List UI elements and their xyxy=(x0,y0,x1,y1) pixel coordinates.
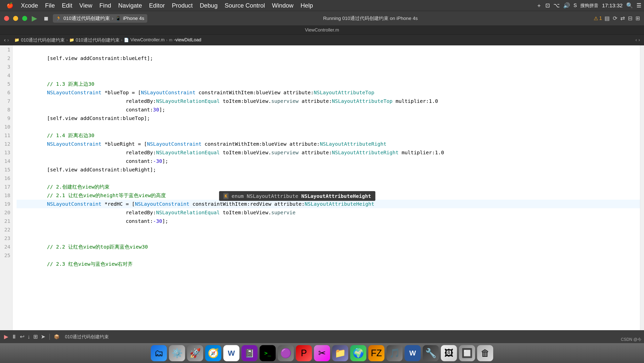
step-back-icon[interactable]: ↩ xyxy=(20,334,24,340)
toolbar-right: ▤ ⟳ ⇄ ⊟ ⊞ xyxy=(604,15,640,22)
line-num-20: 20 xyxy=(0,208,10,217)
breadcrumb-right-nav[interactable]: ‹ xyxy=(635,37,637,43)
traffic-light-red[interactable] xyxy=(4,16,9,21)
dock-app-blue[interactable]: 📁 xyxy=(332,345,348,361)
line-numbers: 1 2 3 4 5 6 7 8 9 10 11 12 13 14 15 16 1… xyxy=(0,45,13,343)
dock-system-preferences[interactable]: ⚙️ xyxy=(169,345,185,361)
layout-right-icon[interactable]: ⊞ xyxy=(635,15,640,22)
menu-debug[interactable]: Debug xyxy=(196,0,221,11)
scheme-name: 010通过代码创建约束 xyxy=(63,15,110,22)
line-num-11: 11 xyxy=(0,131,10,140)
sound-icon[interactable]: 🔊 xyxy=(563,2,570,9)
dock-finder[interactable]: 🗂 xyxy=(151,345,167,361)
line-num-14: 14 xyxy=(0,157,10,165)
editor: 1 2 3 4 5 6 7 8 9 10 11 12 13 14 15 16 1… xyxy=(0,45,644,343)
apple-menu[interactable]: 🍎 xyxy=(3,0,17,11)
dock-app-misc[interactable]: 🔲 xyxy=(459,345,475,361)
dock-app-dark[interactable]: 🔧 xyxy=(423,345,439,361)
dock-app-scissors[interactable]: ✂ xyxy=(314,345,330,361)
menu-view[interactable]: View xyxy=(76,0,96,11)
back-icon[interactable]: ‹ xyxy=(4,37,6,43)
device-separator: › xyxy=(112,15,114,21)
menubar: 🍎 Xcode File Edit View Find Navigate Edi… xyxy=(0,0,644,11)
line-num-1: 1 xyxy=(0,45,10,54)
autocomplete-type-icon: K xyxy=(223,193,229,199)
menu-xcode[interactable]: Xcode xyxy=(17,0,42,11)
scrollbar[interactable] xyxy=(640,45,644,343)
dock-safari[interactable]: 🧭 xyxy=(205,345,221,361)
file-icon: 📄 xyxy=(124,38,129,42)
autocomplete-highlight: NSLayoutAttributeHeight xyxy=(301,193,371,199)
code-line-16: // 2.创建红色view的约束 xyxy=(17,174,640,183)
dock-app-purple[interactable]: 🟣 xyxy=(278,345,294,361)
traffic-light-green[interactable] xyxy=(22,16,27,21)
line-num-12: 12 xyxy=(0,140,10,148)
breadcrumb-item-1[interactable]: 010通过代码创建约束 xyxy=(76,37,120,43)
code-line-11: NSLayoutConstraint *blueRight = [NSLayou… xyxy=(17,131,640,140)
layout-left-icon[interactable]: ▤ xyxy=(604,15,610,22)
menubar-right: ＋ ⊡ ⌥ 🔊 S 搜狗拼音 17:13:32 🔍 ☰ xyxy=(536,2,641,9)
code-line-1: [self.view addConstraint:blueLeft]; xyxy=(17,45,640,54)
step-over-icon[interactable]: ↓ xyxy=(27,334,30,340)
project-icon-small: 📦 xyxy=(54,334,59,340)
code-line-3 xyxy=(17,63,640,71)
dock-onenote[interactable]: 📓 xyxy=(241,345,258,361)
stop-button[interactable]: ◼ xyxy=(42,14,50,23)
tabbar: ViewController.m xyxy=(0,26,644,35)
dock-app-green[interactable]: 🌍 xyxy=(350,345,366,361)
breadcrumb-right-nav2[interactable]: › xyxy=(638,37,640,43)
arrows-icon[interactable]: ⇄ xyxy=(620,15,625,22)
refresh-icon[interactable]: ⟳ xyxy=(613,15,617,22)
menu-help[interactable]: Help xyxy=(297,0,316,11)
pause-icon[interactable]: ⏸ xyxy=(11,334,17,340)
scheme-selector[interactable]: 🏃 010通过代码创建约束 › 📱 iPhone 4s xyxy=(53,14,147,23)
dock-app-red[interactable]: P xyxy=(296,345,312,361)
code-line-17: // 2.1 让红色view的height等于蓝色view的高度 xyxy=(17,183,640,191)
breadcrumb-item-2[interactable]: ViewController.m xyxy=(130,37,165,43)
line-num-7: 7 xyxy=(0,97,10,105)
dock-terminal[interactable]: >_ xyxy=(260,345,276,361)
forward-icon[interactable]: › xyxy=(7,37,9,43)
menu-window[interactable]: Window xyxy=(268,0,297,11)
code-icon[interactable]: ⌥ xyxy=(553,2,560,9)
dock-word[interactable]: W xyxy=(223,345,239,361)
screen-icon[interactable]: ⊡ xyxy=(545,2,550,9)
input-method: 搜狗拼音 xyxy=(580,3,598,9)
dock-launchpad[interactable]: 🚀 xyxy=(187,345,203,361)
menu-find[interactable]: Find xyxy=(96,0,115,11)
dock-preview[interactable]: 🖼 xyxy=(441,345,457,361)
code-area[interactable]: [self.view addConstraint:blueLeft]; // 1… xyxy=(13,45,640,343)
breadcrumb-item-0[interactable]: 010通过代码创建约束 xyxy=(21,37,65,43)
menu-navigate[interactable]: Navigate xyxy=(115,0,146,11)
search-icon[interactable]: 🔍 xyxy=(626,2,633,9)
traffic-light-yellow[interactable] xyxy=(13,16,18,21)
dock-trash[interactable]: 🗑 xyxy=(477,345,493,361)
warning-badge[interactable]: ⚠ 1 xyxy=(594,15,602,21)
line-num-17: 17 xyxy=(0,183,10,191)
method-icon: m xyxy=(169,38,172,42)
code-line-5: NSLayoutConstraint *blueTop = [NSLayoutC… xyxy=(17,80,640,88)
line-num-10: 10 xyxy=(0,123,10,131)
dock-filezilla[interactable]: FZ xyxy=(368,345,384,361)
run-icon[interactable]: ▶ xyxy=(4,334,8,340)
plus-icon[interactable]: ＋ xyxy=(536,2,542,9)
menu-editor[interactable]: Editor xyxy=(146,0,168,11)
menu-product[interactable]: Product xyxy=(168,0,196,11)
tab-title: ViewController.m xyxy=(305,27,339,33)
line-num-16: 16 xyxy=(0,174,10,183)
run-status: Running 010通过代码创建约束 on iPhone 4s xyxy=(150,15,591,22)
layout-center-icon[interactable]: ⊟ xyxy=(628,15,632,22)
breadcrumb: ‹ › 📁 010通过代码创建约束 › 📁 010通过代码创建约束 › 📄 Vi… xyxy=(0,35,644,45)
list-icon[interactable]: ☰ xyxy=(636,2,641,9)
line-num-6: 6 xyxy=(0,88,10,97)
location-icon[interactable]: ➤ xyxy=(41,334,45,340)
dock-app-gray[interactable]: 🎵 xyxy=(386,345,403,361)
dock-word-blue[interactable]: W xyxy=(405,345,421,361)
run-button[interactable]: ▶ xyxy=(30,13,39,23)
menu-edit[interactable]: Edit xyxy=(58,0,76,11)
view-toggle-icon[interactable]: ⊞ xyxy=(33,334,38,340)
menu-source-control[interactable]: Source Control xyxy=(221,0,268,11)
breadcrumb-item-3[interactable]: -viewDidLoad xyxy=(174,37,201,43)
menu-file[interactable]: File xyxy=(42,0,58,11)
autocomplete-popup[interactable]: K enum NSLayoutAttribute NSLayoutAttribu… xyxy=(219,191,375,201)
